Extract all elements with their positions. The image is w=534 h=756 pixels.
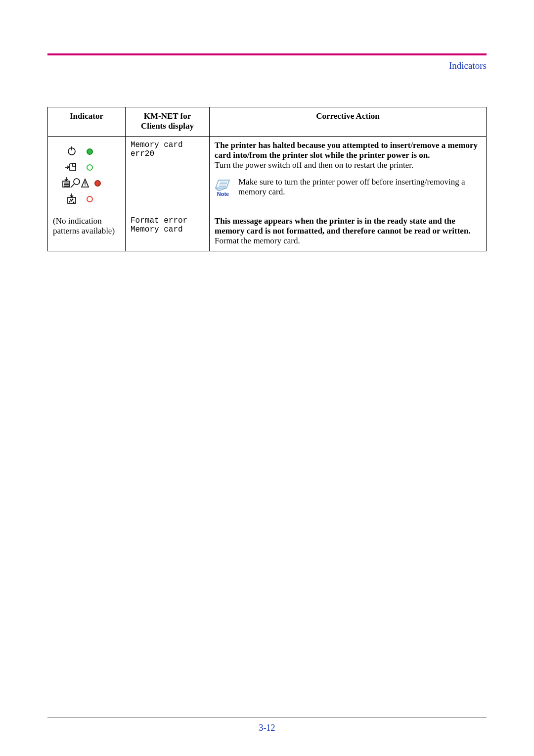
cell-action-1: The printer has halted because you attem… [210, 137, 487, 212]
led-attention [94, 180, 101, 187]
col-indicator: Indicator [48, 107, 126, 137]
led-toner [87, 196, 93, 202]
page-number: 3-12 [0, 723, 534, 733]
panel-row-ready [61, 143, 120, 159]
cell-indicator-panel [48, 137, 126, 212]
col-kmnet-line2: Clients display [141, 121, 194, 131]
svg-marker-21 [216, 180, 229, 188]
note-text: Make sure to turn the printer power off … [238, 177, 481, 197]
svg-rect-4 [73, 164, 76, 166]
svg-point-19 [70, 199, 71, 200]
kmnet-2-line1: Format error [131, 216, 187, 225]
cell-indicator-2: (No indication patterns available) [48, 212, 126, 251]
svg-line-11 [71, 184, 74, 188]
panel-row-data [61, 159, 120, 175]
panel-row-toner [61, 191, 120, 207]
page: Indicators Indicator KM-NET for Clients … [0, 0, 534, 756]
indicators-table: Indicator KM-NET for Clients display Cor… [47, 107, 487, 251]
cell-kmnet-1: Memory card err20 [126, 137, 210, 212]
cell-kmnet-2: Format error Memory card [126, 212, 210, 251]
note-icon: Note [215, 177, 231, 197]
indicator-led-panel [53, 141, 120, 207]
kmnet-2-line2: Memory card [131, 225, 183, 234]
action-1-text: Turn the power switch off and then on to… [215, 160, 413, 170]
svg-point-16 [69, 201, 70, 202]
col-action: Corrective Action [210, 107, 487, 137]
data-icon [61, 162, 83, 172]
footer-rule [47, 717, 487, 717]
note-block: Note Make sure to turn the printer power… [215, 177, 481, 197]
panel-row-paper [61, 175, 120, 191]
paper-attention-icon [61, 177, 90, 189]
table-row: (No indication patterns available) Forma… [48, 212, 487, 251]
table-header-row: Indicator KM-NET for Clients display Cor… [48, 107, 487, 137]
led-ready [87, 148, 93, 155]
svg-point-17 [71, 200, 72, 201]
svg-point-20 [72, 199, 73, 199]
col-kmnet-line1: KM-NET for [144, 111, 191, 121]
table-row: Memory card err20 The printer has halted… [48, 137, 487, 212]
svg-point-10 [74, 179, 80, 185]
action-2-bold: This message appears when the printer is… [215, 216, 471, 236]
note-label: Note [217, 191, 229, 197]
action-1-bold: The printer has halted because you attem… [215, 141, 478, 160]
ready-icon [61, 146, 83, 156]
action-2-text: Format the memory card. [215, 236, 300, 245]
toner-icon [61, 193, 83, 204]
header-section-label: Indicators [47, 55, 487, 71]
cell-action-2: This message appears when the printer is… [210, 212, 487, 251]
svg-point-18 [73, 202, 74, 202]
led-data [87, 164, 93, 171]
col-kmnet: KM-NET for Clients display [126, 107, 210, 137]
